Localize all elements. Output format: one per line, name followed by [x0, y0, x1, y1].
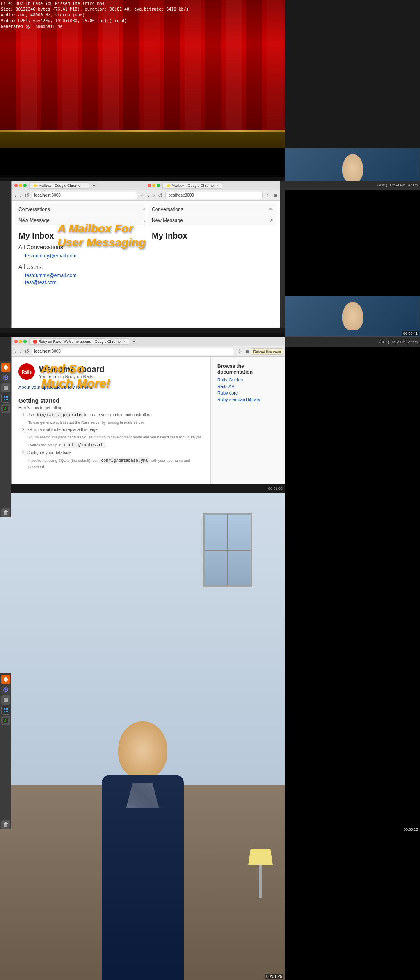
- rails-tab-active[interactable]: 🔴 Ruby on Rails: Welcome aboard - Google…: [29, 338, 129, 345]
- rails-step-2: Set up a root route to replace this page…: [27, 427, 204, 448]
- conversations-nav-right[interactable]: Conversations ✏: [148, 204, 276, 215]
- rails-address-bar[interactable]: [32, 348, 234, 355]
- browser-toolbar-right: ‹ › ↺ ☆ ≡: [145, 190, 280, 201]
- svg-rect-13: [5, 510, 7, 511]
- browser-section: $ ⭐ Mailbox - Google Chrome × +: [0, 181, 285, 337]
- timestamp-final: 00:01:25: [265, 974, 283, 979]
- svg-rect-7: [4, 399, 5, 400]
- divider: [18, 393, 204, 393]
- window-divider-h: [205, 550, 251, 551]
- rails-minimize-button[interactable]: [19, 340, 22, 343]
- stage-floor: [0, 131, 285, 148]
- rails-taskbar-icon-trash[interactable]: [1, 820, 10, 829]
- forward-button-right[interactable]: ›: [152, 192, 156, 199]
- user-label-2: Adam: [408, 340, 418, 344]
- rails-sidebar: Browse the documentation Rails Guides Ra…: [211, 357, 285, 490]
- timestamp-1: 00:00:22: [402, 827, 419, 832]
- webcam-person-2: [285, 296, 420, 336]
- back-button-right[interactable]: ‹: [147, 192, 151, 199]
- browser-tab-right[interactable]: ⭐ Mailbox - Google Chrome ×: [162, 182, 222, 189]
- curtain-fold: [226, 0, 242, 148]
- rails-new-tab-button[interactable]: +: [131, 338, 137, 345]
- file-info-line1: File: 002 In Case You Missed The Intro.m…: [1, 1, 189, 7]
- battery-indicator-2: (91%): [379, 340, 389, 344]
- file-info-line3: Audio: aac, 48000 Hz, stereo (und): [1, 12, 189, 18]
- tab-close-icon-right[interactable]: ×: [217, 184, 219, 188]
- maximize-button-right[interactable]: [157, 184, 160, 187]
- reload-button[interactable]: ↺: [24, 192, 30, 199]
- webcam-overlay-2: 00:00:41: [285, 296, 420, 337]
- rails-close-button[interactable]: [14, 340, 18, 343]
- taskbar-icon-terminal[interactable]: $: [1, 404, 10, 413]
- battery-indicator-1: (98%): [377, 183, 387, 187]
- browser-tab-active[interactable]: ⭐ Mailbox - Google Chrome ×: [29, 182, 89, 189]
- rails-taskbar-icon-browser[interactable]: [1, 685, 10, 694]
- close-button-right[interactable]: [148, 184, 151, 187]
- rails-logo: Rails: [18, 363, 35, 380]
- svg-text:$: $: [4, 407, 6, 411]
- getting-started-title: Getting started: [18, 397, 204, 404]
- rails-maximize-button[interactable]: [23, 340, 27, 343]
- overlay-rails-line1: And So: [41, 361, 110, 376]
- doc-link-api[interactable]: Rails API: [217, 384, 278, 389]
- rails-step-2-label: Set up a root route to replace this page: [27, 427, 98, 432]
- overlay-rails-text: And So Much More!: [41, 361, 110, 391]
- minimize-button-right[interactable]: [152, 184, 155, 187]
- doc-link-ruby[interactable]: Ruby core: [217, 390, 278, 395]
- reload-button-right[interactable]: ↺: [157, 192, 164, 199]
- user-email-2[interactable]: test@test.com: [25, 280, 147, 285]
- taskbar-icon-home[interactable]: [1, 363, 10, 372]
- user-email-1[interactable]: testdummy@email.com: [25, 273, 147, 278]
- overlay-mailbox-text: A Mailbox For User Messaging: [57, 222, 146, 249]
- file-info-line2: Size: 80122346 bytes (76.41 MiB), durati…: [1, 7, 189, 12]
- reload-this-page-button[interactable]: Reload this page: [251, 348, 283, 355]
- forward-button[interactable]: ›: [19, 192, 23, 199]
- browser-window-right: ⭐ Mailbox - Google Chrome × ‹ › ↺ ☆ ≡ Co…: [145, 181, 280, 328]
- close-button[interactable]: [14, 184, 18, 187]
- doc-link-guides[interactable]: Rails Guides: [217, 377, 278, 382]
- all-users-label: All Users:: [18, 264, 147, 270]
- rails-taskbar-icon-files[interactable]: [1, 695, 10, 705]
- rails-reload-button[interactable]: ↺: [24, 348, 30, 355]
- rails-menu-button[interactable]: ≡: [244, 348, 249, 355]
- rails-tab-close-icon[interactable]: ×: [123, 340, 125, 344]
- taskbar-icon-browser[interactable]: [1, 373, 10, 382]
- minimize-button[interactable]: [19, 184, 22, 187]
- address-bar-right[interactable]: [165, 192, 262, 199]
- curtain-fold: [205, 0, 221, 148]
- rails-forward-button[interactable]: ›: [19, 348, 23, 355]
- new-tab-button[interactable]: +: [91, 182, 97, 189]
- taskbar-icon-apps[interactable]: [1, 394, 10, 403]
- rails-star-button[interactable]: ☆: [236, 348, 243, 355]
- conversation-email-1[interactable]: testdummy@email.com: [25, 253, 147, 259]
- compose-icon-right[interactable]: ✏: [269, 207, 273, 212]
- browser-tab-title-right: Mailbox - Google Chrome: [172, 184, 214, 188]
- rails-taskbar-icon-home[interactable]: [1, 675, 10, 684]
- taskbar-icon-trash[interactable]: [1, 508, 10, 517]
- maximize-button[interactable]: [23, 184, 27, 187]
- star-button-right[interactable]: ☆: [265, 192, 272, 199]
- rails-back-button[interactable]: ‹: [14, 348, 17, 355]
- doc-link-stdlib[interactable]: Ruby standard library: [217, 397, 278, 402]
- address-bar-left[interactable]: [32, 192, 137, 199]
- rails-taskbar-icon-apps[interactable]: [1, 706, 10, 715]
- menu-button-right[interactable]: ≡: [273, 192, 278, 199]
- rails-section: $ 🔴 Ruby on Rails: Welcome aboard - Goog…: [0, 337, 285, 493]
- new-message-icon-right[interactable]: ↗: [269, 218, 273, 223]
- tab-close-icon[interactable]: ×: [83, 184, 85, 188]
- overlay-rails-line2: Much More!: [41, 376, 110, 391]
- browser-tab-favicon-right: ⭐: [166, 184, 171, 188]
- rails-taskbar-icon-terminal[interactable]: $: [1, 716, 10, 725]
- back-button[interactable]: ‹: [14, 192, 17, 199]
- overlay-mailbox-line1: A Mailbox For: [57, 222, 146, 236]
- new-message-nav-right[interactable]: New Message ↗: [148, 215, 276, 226]
- person-figure: [85, 672, 200, 980]
- taskbar-icon-files[interactable]: [1, 383, 10, 392]
- rails-step-2-note2: Routes are set up in config/routes.rb.: [27, 442, 204, 448]
- overlay-mailbox-line2: User Messaging: [57, 236, 146, 250]
- timestamp-rails: 00:01:02: [268, 487, 283, 491]
- conversations-nav[interactable]: Conversations ✏: [15, 204, 151, 215]
- svg-rect-8: [6, 399, 8, 400]
- browser-window-left: ⭐ Mailbox - Google Chrome × + ‹ › ↺ ☆ ≡ …: [11, 181, 154, 328]
- shirt-pattern: [126, 783, 159, 808]
